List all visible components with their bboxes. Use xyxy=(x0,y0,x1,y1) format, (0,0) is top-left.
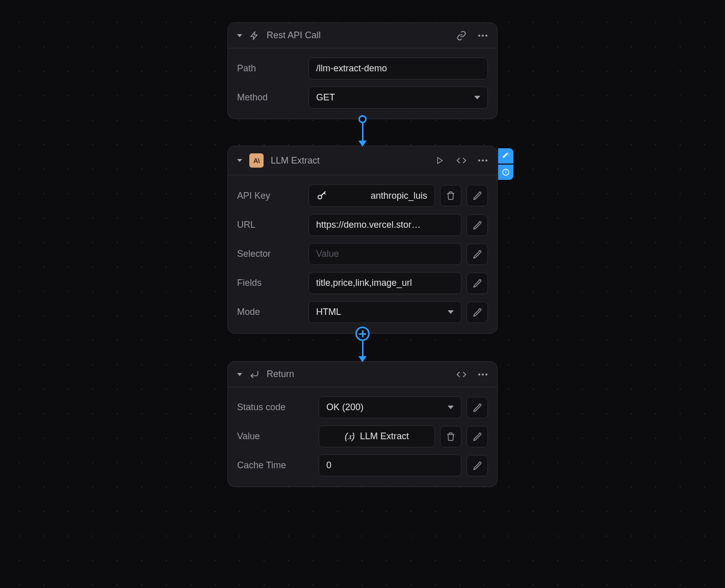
connector xyxy=(358,119,367,146)
chevron-down-icon xyxy=(474,96,480,99)
trash-icon xyxy=(446,432,455,441)
node-title: LLM Extract xyxy=(271,155,428,166)
play-icon[interactable] xyxy=(435,155,445,166)
selector-input[interactable]: Value xyxy=(308,243,461,265)
return-icon xyxy=(249,369,260,380)
arrow-down-icon xyxy=(358,141,367,147)
pencil-icon xyxy=(473,432,482,441)
node-return[interactable]: Return Status code OK (200) Value xyxy=(227,361,498,487)
link-icon[interactable] xyxy=(456,31,467,41)
pencil-icon xyxy=(473,403,482,412)
collapse-caret-icon[interactable] xyxy=(237,34,242,37)
fields-label: Fields xyxy=(237,278,303,288)
edit-button[interactable] xyxy=(467,302,488,323)
pencil-icon xyxy=(473,461,482,470)
status-label: Status code xyxy=(237,402,314,413)
method-select[interactable]: GET xyxy=(308,87,488,109)
more-icon[interactable] xyxy=(478,369,488,380)
output-port[interactable] xyxy=(358,115,367,123)
edit-button[interactable] xyxy=(467,273,488,294)
edit-button[interactable] xyxy=(467,397,488,418)
connector xyxy=(355,334,370,361)
node-title: Rest API Call xyxy=(267,30,449,41)
delete-button[interactable] xyxy=(440,426,461,447)
edit-button[interactable] xyxy=(467,215,488,236)
magic-wand-icon[interactable] xyxy=(498,148,513,164)
pencil-icon xyxy=(473,279,482,288)
code-icon[interactable] xyxy=(456,369,467,380)
delete-button[interactable] xyxy=(440,185,461,206)
node-header: A\ LLM Extract xyxy=(228,146,497,175)
info-icon[interactable] xyxy=(498,165,513,180)
cache-label: Cache Time xyxy=(237,460,314,471)
add-node-button[interactable] xyxy=(355,327,370,341)
node-header: Rest API Call xyxy=(228,23,497,48)
path-label: Path xyxy=(237,63,303,74)
selector-label: Selector xyxy=(237,249,303,259)
node-rest-api-call[interactable]: Rest API Call Path /llm-extract-demo Met… xyxy=(227,22,498,119)
bolt-icon xyxy=(249,31,260,41)
status-select[interactable]: OK (200) xyxy=(319,396,461,418)
edit-button[interactable] xyxy=(467,244,488,265)
trash-icon xyxy=(446,191,455,200)
collapse-caret-icon[interactable] xyxy=(237,159,242,162)
pencil-icon xyxy=(473,308,482,317)
code-icon[interactable] xyxy=(456,155,467,166)
path-input[interactable]: /llm-extract-demo xyxy=(308,58,488,79)
more-icon[interactable] xyxy=(478,155,488,166)
edit-button[interactable] xyxy=(467,185,488,206)
mode-label: Mode xyxy=(237,307,303,317)
chevron-down-icon xyxy=(448,406,454,409)
value-chip[interactable]: (𝑥) LLM Extract xyxy=(319,425,435,447)
pencil-icon xyxy=(473,250,482,259)
anthropic-logo-icon: A\ xyxy=(249,153,264,168)
variable-icon: (𝑥) xyxy=(345,431,355,442)
cache-input[interactable]: 0 xyxy=(319,455,461,476)
url-input[interactable]: https://demo.vercel.stor… xyxy=(308,214,461,236)
node-llm-extract[interactable]: A\ LLM Extract API Key anthropic_luis xyxy=(227,146,498,334)
edit-button[interactable] xyxy=(467,426,488,447)
key-icon xyxy=(316,190,327,201)
pencil-icon xyxy=(473,191,482,200)
fields-input[interactable]: title,price,link,image_url xyxy=(308,272,461,294)
svg-point-4 xyxy=(318,195,322,199)
edit-button[interactable] xyxy=(467,455,488,476)
arrow-down-icon xyxy=(358,356,367,362)
pencil-icon xyxy=(473,221,482,230)
chevron-down-icon xyxy=(448,310,454,314)
apikey-label: API Key xyxy=(237,191,303,201)
side-badges xyxy=(498,148,513,180)
apikey-chip[interactable]: anthropic_luis xyxy=(308,184,435,207)
svg-point-2 xyxy=(506,171,506,171)
more-icon[interactable] xyxy=(478,31,488,41)
method-label: Method xyxy=(237,92,303,103)
svg-marker-3 xyxy=(437,157,442,164)
collapse-caret-icon[interactable] xyxy=(237,373,242,376)
node-header: Return xyxy=(228,362,497,387)
mode-select[interactable]: HTML xyxy=(308,301,461,323)
value-label: Value xyxy=(237,431,314,442)
workflow-flow: Rest API Call Path /llm-extract-demo Met… xyxy=(225,22,500,487)
url-label: URL xyxy=(237,220,303,230)
node-title: Return xyxy=(267,369,449,380)
